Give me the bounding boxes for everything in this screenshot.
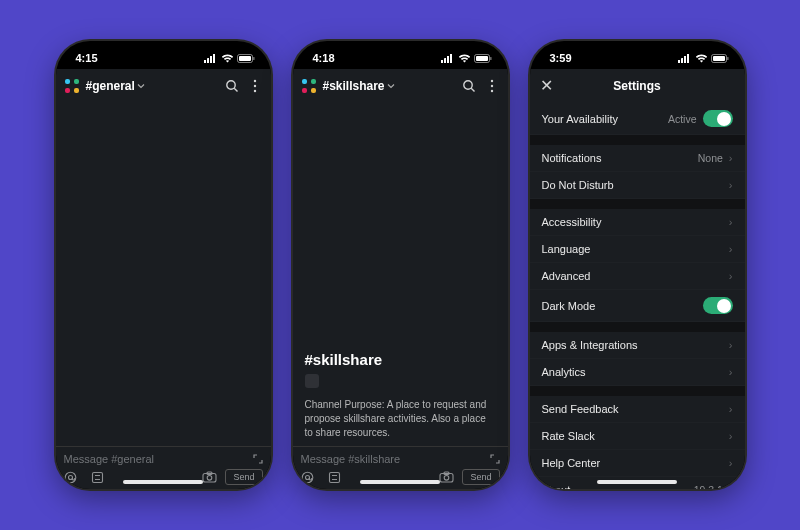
wifi-icon xyxy=(458,54,471,63)
svg-point-27 xyxy=(490,80,492,82)
send-button[interactable]: Send xyxy=(462,469,499,485)
search-icon[interactable] xyxy=(221,75,243,97)
row-label: Your Availability xyxy=(542,113,618,125)
settings-list[interactable]: Your Availability Active Notifications N… xyxy=(530,103,745,489)
mention-icon[interactable] xyxy=(301,471,314,484)
row-label: Rate Slack xyxy=(542,430,595,442)
svg-rect-20 xyxy=(447,56,449,63)
channel-title-button[interactable]: #general xyxy=(86,79,215,93)
status-time: 4:15 xyxy=(76,52,98,64)
row-dnd[interactable]: Do Not Disturb › xyxy=(530,172,745,199)
chevron-right-icon: › xyxy=(729,430,733,442)
chevron-down-icon xyxy=(387,82,395,90)
row-advanced[interactable]: Advanced › xyxy=(530,263,745,290)
svg-point-12 xyxy=(65,472,76,483)
row-analytics[interactable]: Analytics › xyxy=(530,359,745,386)
expand-icon[interactable] xyxy=(490,454,500,464)
svg-point-13 xyxy=(68,475,72,479)
battery-icon xyxy=(237,54,255,63)
svg-point-25 xyxy=(463,81,471,89)
app-screen: #general Message #general xyxy=(56,69,271,489)
wifi-icon xyxy=(695,54,708,63)
notch xyxy=(587,41,687,61)
row-label: Help Center xyxy=(542,457,601,469)
channel-name-heading: #skillshare xyxy=(305,351,496,368)
format-icon[interactable] xyxy=(91,471,104,484)
status-indicators xyxy=(678,54,729,63)
svg-point-30 xyxy=(302,472,313,483)
availability-toggle[interactable] xyxy=(703,110,733,127)
svg-point-34 xyxy=(445,476,450,481)
search-icon[interactable] xyxy=(458,75,480,97)
row-accessibility[interactable]: Accessibility › xyxy=(530,209,745,236)
chevron-right-icon: › xyxy=(729,339,733,351)
send-button[interactable]: Send xyxy=(225,469,262,485)
message-input[interactable]: Message #general xyxy=(64,453,253,465)
row-rate[interactable]: Rate Slack › xyxy=(530,423,745,450)
chevron-right-icon: › xyxy=(729,403,733,415)
row-dark-mode[interactable]: Dark Mode xyxy=(530,290,745,322)
row-availability[interactable]: Your Availability Active xyxy=(530,103,745,135)
row-value: None xyxy=(698,152,723,164)
channel-title-button[interactable]: #skillshare xyxy=(323,79,452,93)
row-value: 19.3.1 xyxy=(694,484,723,489)
dark-mode-toggle[interactable] xyxy=(703,297,733,314)
chevron-right-icon: › xyxy=(729,484,733,489)
close-icon[interactable]: ✕ xyxy=(540,78,553,94)
svg-rect-38 xyxy=(684,56,686,63)
svg-rect-14 xyxy=(92,472,102,482)
svg-rect-39 xyxy=(687,54,689,63)
channel-header: #general xyxy=(56,69,271,103)
svg-point-29 xyxy=(490,90,492,92)
status-time: 3:59 xyxy=(550,52,572,64)
svg-rect-23 xyxy=(476,56,488,61)
wifi-icon xyxy=(221,54,234,63)
camera-icon[interactable] xyxy=(202,471,217,483)
svg-rect-3 xyxy=(213,54,215,63)
messages-area: #skillshare Channel Purpose: A place to … xyxy=(293,103,508,446)
svg-point-9 xyxy=(253,80,255,82)
camera-icon[interactable] xyxy=(439,471,454,483)
settings-title: Settings xyxy=(613,79,660,93)
message-input[interactable]: Message #skillshare xyxy=(301,453,490,465)
channel-title-text: #skillshare xyxy=(323,79,385,93)
chevron-right-icon: › xyxy=(729,216,733,228)
chevron-right-icon: › xyxy=(729,179,733,191)
phone-mockup-settings: 3:59 ✕ Settings Your Availability Active… xyxy=(530,41,745,489)
svg-point-7 xyxy=(226,81,234,89)
chevron-right-icon: › xyxy=(729,366,733,378)
status-indicators xyxy=(441,54,492,63)
svg-line-8 xyxy=(234,88,237,91)
expand-icon[interactable] xyxy=(253,454,263,464)
status-indicators xyxy=(204,54,255,63)
app-screen: #skillshare #skillshare Channel Purpose:… xyxy=(293,69,508,489)
row-label: Send Feedback xyxy=(542,403,619,415)
chevron-down-icon xyxy=(137,82,145,90)
svg-rect-24 xyxy=(490,57,491,60)
format-icon[interactable] xyxy=(328,471,341,484)
svg-rect-32 xyxy=(329,472,339,482)
settings-screen: ✕ Settings Your Availability Active Noti… xyxy=(530,69,745,489)
row-label: Analytics xyxy=(542,366,586,378)
row-language[interactable]: Language › xyxy=(530,236,745,263)
home-indicator xyxy=(360,480,440,484)
svg-rect-2 xyxy=(210,56,212,63)
section-gap xyxy=(530,135,745,145)
row-label: About xyxy=(542,484,571,489)
settings-header: ✕ Settings xyxy=(530,69,745,103)
row-help[interactable]: Help Center › xyxy=(530,450,745,477)
svg-point-28 xyxy=(490,85,492,87)
chevron-right-icon: › xyxy=(729,457,733,469)
chevron-right-icon: › xyxy=(729,243,733,255)
mention-icon[interactable] xyxy=(64,471,77,484)
svg-rect-6 xyxy=(253,57,254,60)
row-notifications[interactable]: Notifications None› xyxy=(530,145,745,172)
row-feedback[interactable]: Send Feedback › xyxy=(530,396,745,423)
more-icon[interactable] xyxy=(486,75,498,97)
battery-icon xyxy=(711,54,729,63)
slack-logo-icon xyxy=(301,78,317,94)
row-apps[interactable]: Apps & Integrations › xyxy=(530,332,745,359)
more-icon[interactable] xyxy=(249,75,261,97)
channel-purpose-text: Channel Purpose: A place to request and … xyxy=(305,398,496,440)
channel-header: #skillshare xyxy=(293,69,508,103)
